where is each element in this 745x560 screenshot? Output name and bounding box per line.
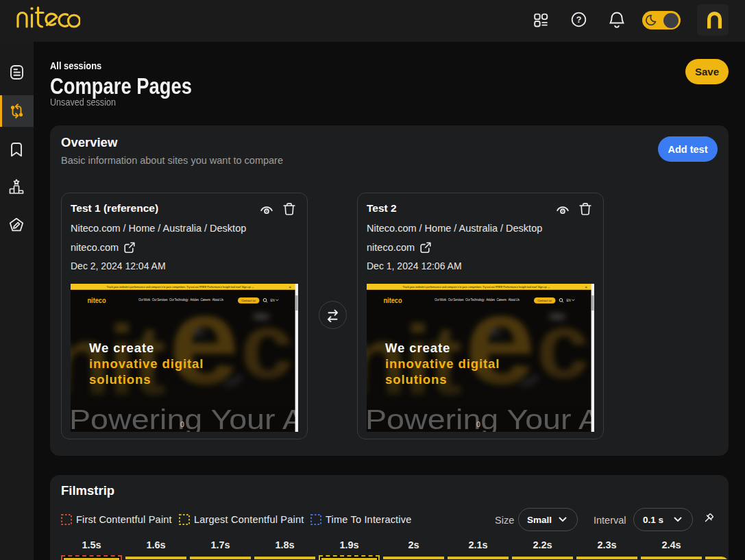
svg-text:?: ? [576, 15, 582, 25]
